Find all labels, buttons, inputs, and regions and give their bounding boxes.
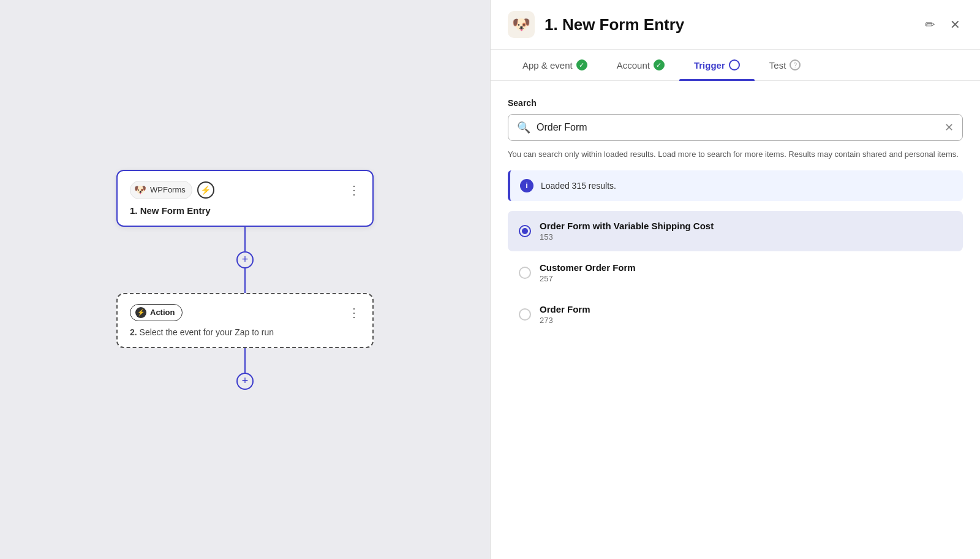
tab-test-check: ? [790,59,801,70]
app-badge[interactable]: 🐶 WPForms [130,181,192,199]
info-banner: i Loaded 315 results. [508,170,963,201]
results-list: Order Form with Variable Shipping Cost 1… [508,211,963,335]
result-item-3[interactable]: Order Form 273 [508,294,963,335]
panel-header-left: 🐶 1. New Form Entry [508,11,684,38]
action-card-header: ⚡ Action ⋮ [130,304,360,321]
result-item-2[interactable]: Customer Order Form 257 [508,253,963,293]
add-step-button-bottom[interactable]: + [236,373,254,390]
connector-line-top [244,227,246,251]
result-id-3: 273 [540,316,590,325]
trigger-card-header-left: 🐶 WPForms ⚡ [130,181,214,199]
bottom-connector: + [236,348,254,390]
search-label: Search [508,98,963,108]
tab-test[interactable]: Test ? [755,50,816,80]
connector-line-bottom [244,348,246,373]
info-icon: i [520,179,533,192]
panel-header: 🐶 1. New Form Entry ✏ ✕ [491,0,980,50]
panel-content: Search 🔍 ✕ You can search only within lo… [491,81,980,559]
trigger-card[interactable]: 🐶 WPForms ⚡ ⋮ 1. New Form Entry [116,170,374,227]
right-panel: 🐶 1. New Form Entry ✏ ✕ App & event ✓ Ac… [490,0,980,559]
action-badge-label: Action [150,308,175,317]
result-name-2: Customer Order Form [540,262,636,273]
result-text-2: Customer Order Form 257 [540,262,636,283]
connector-line-mid [244,268,246,293]
action-subtitle-prefix: 2. [130,327,137,337]
radio-3[interactable] [519,308,531,321]
search-icon: 🔍 [517,121,530,134]
trigger-icon: ⚡ [197,181,214,199]
action-badge[interactable]: ⚡ Action [130,304,183,321]
tab-trigger-label: Trigger [694,60,725,70]
panel-header-right: ✏ ✕ [922,15,963,34]
trigger-card-title: 1. New Form Entry [130,205,360,216]
canvas-area: 🐶 WPForms ⚡ ⋮ 1. New Form Entry + [0,0,490,559]
close-button[interactable]: ✕ [948,15,963,34]
result-id-1: 153 [540,232,714,241]
tab-trigger-check [729,59,740,70]
radio-2[interactable] [519,267,531,279]
radio-1[interactable] [519,225,531,237]
action-card-subtitle: 2. Select the event for your Zap to run [130,327,360,337]
action-card-menu[interactable]: ⋮ [348,306,360,319]
search-box[interactable]: 🔍 ✕ [508,114,963,141]
result-item-1[interactable]: Order Form with Variable Shipping Cost 1… [508,211,963,251]
trigger-card-menu[interactable]: ⋮ [348,184,360,196]
tab-test-label: Test [769,60,786,70]
action-card[interactable]: ⚡ Action ⋮ 2. Select the event for your … [116,293,374,348]
tab-app-event-label: App & event [522,60,573,70]
result-text-3: Order Form 273 [540,304,590,325]
result-id-2: 257 [540,274,636,283]
tab-account[interactable]: Account ✓ [602,50,679,80]
canvas-content: 🐶 WPForms ⚡ ⋮ 1. New Form Entry + [116,170,374,390]
tab-trigger[interactable]: Trigger [679,50,755,80]
panel-title: 1. New Form Entry [545,15,684,34]
result-name-1: Order Form with Variable Shipping Cost [540,221,714,231]
tab-app-event[interactable]: App & event ✓ [508,50,602,80]
action-card-header-left: ⚡ Action [130,304,183,321]
result-name-3: Order Form [540,304,590,314]
result-text-1: Order Form with Variable Shipping Cost 1… [540,221,714,241]
trigger-card-header: 🐶 WPForms ⚡ ⋮ [130,181,360,199]
tab-app-event-check: ✓ [576,59,587,70]
clear-search-button[interactable]: ✕ [944,121,954,134]
radio-dot-1 [522,228,528,234]
tab-account-check: ✓ [654,59,665,70]
tab-account-label: Account [617,60,650,70]
action-icon: ⚡ [135,307,146,318]
app-badge-label: WPForms [150,185,186,194]
panel-app-icon: 🐶 [508,11,535,38]
add-step-button-top[interactable]: + [236,251,254,268]
connector-top: + [236,227,254,293]
action-subtitle-text: Select the event for your Zap to run [140,327,274,337]
wpforms-icon: 🐶 [134,184,146,196]
search-hint: You can search only within loaded result… [508,148,963,161]
edit-button[interactable]: ✏ [922,15,938,34]
tabs-bar: App & event ✓ Account ✓ Trigger Test ? [491,50,980,81]
search-input[interactable] [537,122,938,133]
info-banner-text: Loaded 315 results. [541,181,616,191]
